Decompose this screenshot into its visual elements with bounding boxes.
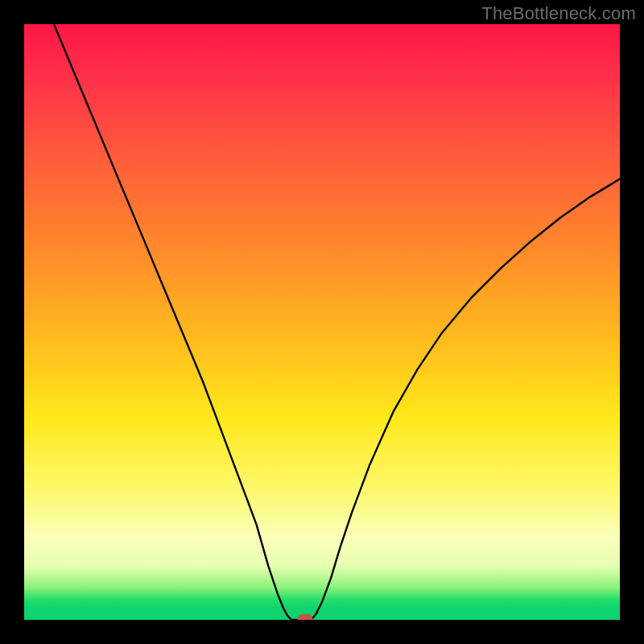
- bottleneck-curve: [24, 24, 620, 620]
- optimum-marker: [297, 614, 313, 620]
- chart-frame: TheBottleneck.com: [0, 0, 644, 644]
- plot-area: [24, 24, 620, 620]
- watermark-text: TheBottleneck.com: [481, 3, 636, 24]
